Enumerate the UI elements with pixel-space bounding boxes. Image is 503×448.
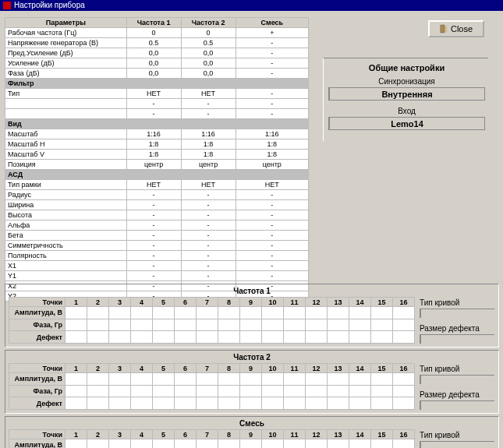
- point-cell[interactable]: [284, 397, 306, 410]
- param-cell[interactable]: НЕТ: [236, 180, 308, 190]
- point-cell[interactable]: [109, 331, 131, 344]
- param-cell[interactable]: Масштаб: [5, 129, 127, 139]
- point-cell[interactable]: [109, 397, 131, 410]
- point-cell[interactable]: [218, 373, 240, 386]
- point-cell[interactable]: [131, 439, 153, 449]
- point-cell[interactable]: [262, 331, 284, 344]
- point-cell[interactable]: [371, 307, 393, 319]
- point-cell[interactable]: [131, 385, 153, 397]
- point-cell[interactable]: [240, 307, 262, 319]
- param-cell[interactable]: Масштаб H: [5, 139, 127, 150]
- param-cell[interactable]: -: [181, 190, 236, 200]
- point-cell[interactable]: [349, 331, 371, 344]
- point-cell[interactable]: [109, 439, 131, 449]
- point-cell[interactable]: [131, 373, 153, 386]
- param-cell[interactable]: -: [126, 200, 181, 210]
- point-cell[interactable]: [131, 397, 153, 410]
- freq1-defect-size[interactable]: Размер дефекта: [420, 324, 494, 344]
- point-cell[interactable]: [175, 373, 197, 386]
- point-cell[interactable]: [240, 397, 262, 410]
- param-cell[interactable]: -: [181, 271, 236, 281]
- param-cell[interactable]: 0,0: [126, 69, 181, 79]
- param-cell[interactable]: -: [236, 271, 308, 281]
- point-cell[interactable]: [240, 385, 262, 397]
- param-cell[interactable]: Альфа: [5, 220, 127, 231]
- point-cell[interactable]: [153, 319, 175, 331]
- param-cell[interactable]: Y1: [5, 271, 127, 281]
- point-cell[interactable]: [197, 373, 218, 386]
- point-cell[interactable]: [306, 307, 328, 319]
- param-cell[interactable]: 1:8: [181, 150, 236, 160]
- param-cell[interactable]: 1:16: [126, 129, 181, 139]
- param-cell[interactable]: -: [236, 241, 308, 251]
- param-cell[interactable]: Рабочая частота (Гц): [5, 28, 127, 38]
- point-cell[interactable]: [328, 397, 349, 410]
- point-cell[interactable]: [328, 307, 349, 319]
- freq2-defect-size[interactable]: Размер дефекта: [420, 390, 494, 410]
- point-cell[interactable]: [153, 385, 175, 397]
- point-cell[interactable]: [109, 319, 131, 331]
- point-cell[interactable]: [153, 439, 175, 449]
- point-cell[interactable]: [218, 331, 240, 344]
- param-cell[interactable]: 1:8: [181, 139, 236, 150]
- param-cell[interactable]: 0,0: [181, 69, 236, 79]
- param-cell[interactable]: 0,0: [181, 48, 236, 58]
- point-cell[interactable]: [262, 307, 284, 319]
- param-cell[interactable]: Усиление (дБ): [5, 58, 127, 69]
- point-cell[interactable]: [218, 319, 240, 331]
- point-cell[interactable]: [349, 439, 371, 449]
- point-cell[interactable]: [349, 397, 371, 410]
- param-cell[interactable]: 0,0: [126, 58, 181, 69]
- point-cell[interactable]: [131, 319, 153, 331]
- point-cell[interactable]: [371, 439, 393, 449]
- param-cell[interactable]: -: [126, 241, 181, 251]
- point-cell[interactable]: [66, 373, 87, 386]
- param-cell[interactable]: 1:8: [126, 139, 181, 150]
- param-cell[interactable]: X1: [5, 261, 127, 271]
- param-cell[interactable]: -: [236, 109, 308, 119]
- point-cell[interactable]: [197, 439, 218, 449]
- point-cell[interactable]: [175, 319, 197, 331]
- param-cell[interactable]: +: [236, 28, 308, 38]
- point-cell[interactable]: [197, 385, 218, 397]
- point-cell[interactable]: [306, 373, 328, 386]
- point-cell[interactable]: [87, 373, 109, 386]
- param-cell[interactable]: 0,0: [126, 48, 181, 58]
- freq1-curve-type[interactable]: Тип кривой: [420, 298, 494, 318]
- point-cell[interactable]: [175, 397, 197, 410]
- param-cell[interactable]: Бета: [5, 231, 127, 241]
- param-cell[interactable]: -: [126, 231, 181, 241]
- freq2-curve-type[interactable]: Тип кривой: [420, 365, 494, 384]
- point-cell[interactable]: [393, 319, 415, 331]
- param-cell[interactable]: -: [236, 69, 308, 79]
- point-cell[interactable]: [87, 385, 109, 397]
- param-cell[interactable]: -: [126, 190, 181, 200]
- param-cell[interactable]: -: [181, 231, 236, 241]
- point-cell[interactable]: [393, 397, 415, 410]
- param-cell[interactable]: -: [181, 109, 236, 119]
- param-cell[interactable]: -: [126, 99, 181, 109]
- sync-value[interactable]: Внутренняя: [328, 87, 485, 101]
- param-cell[interactable]: 0: [181, 28, 236, 38]
- point-cell[interactable]: [66, 397, 87, 410]
- point-cell[interactable]: [393, 439, 415, 449]
- point-cell[interactable]: [153, 373, 175, 386]
- param-cell[interactable]: -: [236, 190, 308, 200]
- point-cell[interactable]: [87, 331, 109, 344]
- point-cell[interactable]: [349, 373, 371, 386]
- param-cell[interactable]: 1:8: [236, 139, 308, 150]
- point-cell[interactable]: [328, 439, 349, 449]
- param-cell[interactable]: 0.5: [126, 38, 181, 48]
- point-cell[interactable]: [197, 397, 218, 410]
- mix-curve-type[interactable]: Тип кривой: [420, 431, 494, 448]
- param-cell[interactable]: Симметричность: [5, 241, 127, 251]
- point-cell[interactable]: [240, 319, 262, 331]
- point-cell[interactable]: [371, 319, 393, 331]
- point-cell[interactable]: [66, 385, 87, 397]
- param-cell[interactable]: центр: [126, 160, 181, 170]
- point-cell[interactable]: [87, 439, 109, 449]
- point-cell[interactable]: [262, 373, 284, 386]
- param-cell[interactable]: -: [236, 58, 308, 69]
- parameters-table[interactable]: Параметры Частота 1 Частота 2 Смесь Рабо…: [5, 17, 309, 302]
- param-cell[interactable]: Ширина: [5, 200, 127, 210]
